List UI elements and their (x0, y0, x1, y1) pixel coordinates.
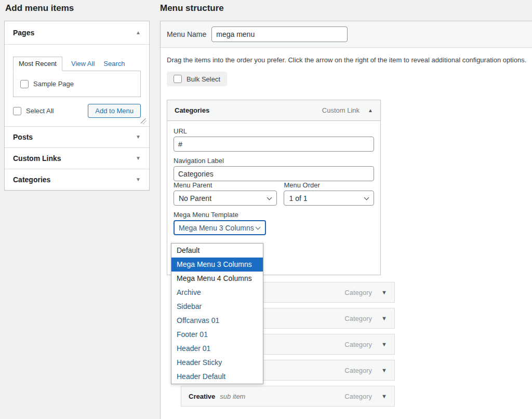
menu-name-input[interactable] (211, 26, 348, 42)
dropdown-option-offcanvas-01[interactable]: Offcanvas 01 (171, 314, 263, 328)
accordion-posts-label: Posts (13, 133, 33, 141)
dropdown-option-mega-menu-3-columns[interactable]: Mega Menu 3 Columns (171, 258, 263, 272)
dropdown-option-header-01[interactable]: Header 01 (171, 342, 263, 356)
dropdown-option-header-sticky[interactable]: Header Sticky (171, 356, 263, 370)
sub-item-type: Category (344, 289, 372, 296)
navigation-label-input[interactable] (174, 166, 374, 181)
expand-arrow-icon[interactable]: ▼ (381, 316, 387, 321)
menu-parent-select[interactable]: No Parent (174, 191, 277, 206)
dropdown-option-archive[interactable]: Archive (171, 286, 263, 300)
expand-arrow-icon[interactable]: ▼ (136, 156, 141, 161)
sub-item-meta: sub item (220, 393, 245, 400)
sub-item-type: Category (344, 315, 372, 322)
template-dropdown: Default Mega Menu 3 Columns Mega Menu 4 … (171, 243, 263, 384)
accordion-pages[interactable]: Pages ▲ (5, 21, 149, 45)
mega-menu-template-value: Mega Menu 3 Columns (179, 224, 254, 232)
tab-view-all[interactable]: View All (71, 60, 95, 71)
select-all-checkbox[interactable] (13, 107, 21, 115)
url-label: URL (174, 127, 374, 135)
pages-tabs: Most Recent View All Search (13, 57, 141, 71)
sample-page-label: Sample Page (33, 80, 74, 88)
navigation-label-label: Navigation Label (174, 157, 374, 165)
accordion-custom-links-label: Custom Links (13, 154, 61, 163)
accordion-categories[interactable]: Categories ▼ (5, 169, 149, 190)
add-menu-items-panel: Pages ▲ Most Recent View All Search Samp… (4, 21, 150, 191)
sample-page-checkbox[interactable] (20, 80, 29, 88)
menu-sub-item-creative[interactable]: Creative sub item Category ▼ (181, 386, 395, 407)
menu-item-type: Custom Link (322, 106, 360, 114)
select-all-control: Select All (13, 107, 54, 115)
dropdown-option-default[interactable]: Default (171, 244, 263, 258)
expand-arrow-icon[interactable]: ▼ (381, 342, 387, 347)
accordion-custom-links[interactable]: Custom Links ▼ (5, 147, 149, 169)
chevron-down-icon (256, 225, 261, 230)
accordion-pages-label: Pages (13, 29, 34, 37)
bulk-select-control[interactable]: Bulk Select (167, 72, 227, 86)
pages-section-body: Most Recent View All Search Sample Page … (5, 45, 149, 126)
expand-arrow-icon[interactable]: ▼ (136, 134, 141, 140)
sub-item-label: Creative (189, 393, 215, 400)
menu-order-label: Menu Order (284, 181, 374, 189)
expand-arrow-icon[interactable]: ▼ (381, 290, 387, 295)
accordion-categories-label: Categories (13, 175, 50, 184)
select-all-label: Select All (26, 107, 54, 115)
mega-menu-template-select[interactable]: Mega Menu 3 Columns (174, 220, 266, 235)
resize-handle[interactable] (141, 118, 147, 124)
accordion-posts[interactable]: Posts ▼ (5, 126, 149, 147)
menu-name-label: Menu Name (167, 30, 206, 38)
mega-menu-template-label: Mega Menu Template (174, 211, 374, 219)
pages-actions-row: Select All Add to Menu (13, 104, 141, 118)
menu-parent-value: No Parent (179, 194, 211, 202)
url-input[interactable] (174, 137, 374, 152)
expand-arrow-icon[interactable]: ▼ (136, 177, 141, 182)
pages-checklist: Sample Page (13, 71, 141, 97)
tab-most-recent[interactable]: Most Recent (13, 57, 62, 71)
menu-structure-panel: Menu Name Drag the items into the order … (160, 21, 532, 419)
menu-name-bar: Menu Name (161, 21, 532, 48)
collapse-arrow-icon[interactable]: ▲ (136, 30, 141, 35)
expand-arrow-icon[interactable]: ▼ (381, 368, 387, 373)
sub-item-type: Category (344, 367, 372, 374)
chevron-down-icon (267, 195, 272, 200)
dropdown-option-sidebar[interactable]: Sidebar (171, 300, 263, 314)
dropdown-option-footer-01[interactable]: Footer 01 (171, 328, 263, 342)
menu-order-value: 1 of 1 (289, 194, 307, 202)
dropdown-option-header-default[interactable]: Header Default (171, 370, 263, 384)
bulk-select-label: Bulk Select (187, 75, 220, 83)
add-to-menu-button[interactable]: Add to Menu (88, 104, 141, 118)
menu-order-select[interactable]: 1 of 1 (284, 191, 374, 206)
dropdown-option-mega-menu-4-columns[interactable]: Mega Menu 4 Columns (171, 272, 263, 286)
menu-item-title: Categories (175, 106, 209, 114)
parent-order-row: Menu Parent No Parent Menu Order 1 of 1 (174, 181, 374, 206)
tab-search[interactable]: Search (103, 60, 125, 71)
sub-item-type: Category (344, 393, 372, 400)
chevron-down-icon (364, 195, 369, 200)
menu-parent-label: Menu Parent (174, 181, 277, 189)
menu-item-categories-handle[interactable]: Categories Custom Link ▲ (167, 100, 380, 121)
add-menu-items-title: Add menu items (5, 3, 74, 13)
collapse-arrow-icon[interactable]: ▲ (368, 108, 373, 113)
drag-instructions: Drag the items into the order you prefer… (167, 56, 532, 64)
expand-arrow-icon[interactable]: ▼ (381, 394, 387, 399)
menu-structure-title: Menu structure (160, 3, 224, 13)
sub-item-type: Category (344, 341, 372, 348)
bulk-select-checkbox[interactable] (174, 75, 182, 83)
